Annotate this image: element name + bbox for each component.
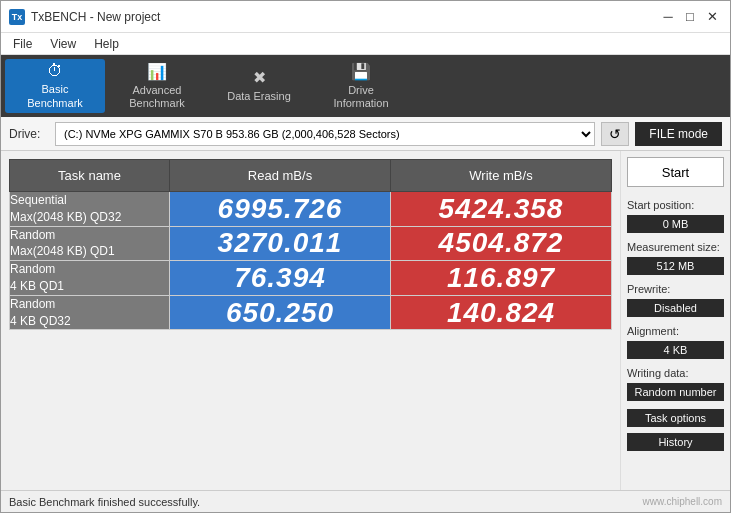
read-random-4k-qd1: 76.394 <box>170 261 391 296</box>
writing-data-label: Writing data: <box>627 367 724 379</box>
write-random-4k-qd1: 116.897 <box>391 261 612 296</box>
file-mode-button[interactable]: FILE mode <box>635 122 722 146</box>
alignment-value: 4 KB <box>627 341 724 359</box>
data-erasing-icon: ✖ <box>253 68 266 87</box>
titlebar-controls: ─ □ ✕ <box>658 7 722 27</box>
task-random-4k-qd32: Random4 KB QD32 <box>10 295 170 330</box>
titlebar: Tx TxBENCH - New project ─ □ ✕ <box>1 1 730 33</box>
task-random-max: RandomMax(2048 KB) QD1 <box>10 226 170 261</box>
drive-label: Drive: <box>9 127 49 141</box>
menu-help[interactable]: Help <box>86 35 127 53</box>
writing-data-value: Random number <box>627 383 724 401</box>
drive-bar: Drive: (C:) NVMe XPG GAMMIX S70 B 953.86… <box>1 117 730 151</box>
measurement-size-value: 512 MB <box>627 257 724 275</box>
app-icon: Tx <box>9 9 25 25</box>
toolbar: ⏱ BasicBenchmark 📊 AdvancedBenchmark ✖ D… <box>1 55 730 117</box>
menu-view[interactable]: View <box>42 35 84 53</box>
close-button[interactable]: ✕ <box>702 7 722 27</box>
read-sequential: 6995.726 <box>170 192 391 227</box>
app-window: Tx TxBENCH - New project ─ □ ✕ File View… <box>0 0 731 513</box>
advanced-benchmark-icon: 📊 <box>147 62 167 81</box>
status-message: Basic Benchmark finished successfully. <box>9 496 200 508</box>
col-header-read: Read mB/s <box>170 160 391 192</box>
minimize-button[interactable]: ─ <box>658 7 678 27</box>
main-area: Task name Read mB/s Write mB/s Sequentia… <box>1 151 620 490</box>
table-row: SequentialMax(2048 KB) QD32 6995.726 542… <box>10 192 612 227</box>
history-button[interactable]: History <box>627 433 724 451</box>
prewrite-value: Disabled <box>627 299 724 317</box>
table-row: RandomMax(2048 KB) QD1 3270.011 4504.872 <box>10 226 612 261</box>
table-row: Random4 KB QD32 650.250 140.824 <box>10 295 612 330</box>
prewrite-label: Prewrite: <box>627 283 724 295</box>
start-position-value: 0 MB <box>627 215 724 233</box>
tab-erasing-label: Data Erasing <box>227 90 291 103</box>
tab-basic-label: BasicBenchmark <box>27 83 83 109</box>
write-sequential: 5424.358 <box>391 192 612 227</box>
drive-select[interactable]: (C:) NVMe XPG GAMMIX S70 B 953.86 GB (2,… <box>55 122 595 146</box>
task-sequential: SequentialMax(2048 KB) QD32 <box>10 192 170 227</box>
maximize-button[interactable]: □ <box>680 7 700 27</box>
basic-benchmark-icon: ⏱ <box>47 62 63 80</box>
tab-drive-information[interactable]: 💾 DriveInformation <box>311 59 411 113</box>
content-area: Task name Read mB/s Write mB/s Sequentia… <box>1 151 730 490</box>
drive-refresh-button[interactable]: ↺ <box>601 122 629 146</box>
menu-file[interactable]: File <box>5 35 40 53</box>
side-panel: Start Start position: 0 MB Measurement s… <box>620 151 730 490</box>
write-random-max: 4504.872 <box>391 226 612 261</box>
tab-data-erasing[interactable]: ✖ Data Erasing <box>209 59 309 113</box>
col-header-task: Task name <box>10 160 170 192</box>
col-header-write: Write mB/s <box>391 160 612 192</box>
tab-advanced-label: AdvancedBenchmark <box>129 84 185 110</box>
benchmark-table: Task name Read mB/s Write mB/s Sequentia… <box>9 159 612 330</box>
task-random-4k-qd1: Random4 KB QD1 <box>10 261 170 296</box>
window-title: TxBENCH - New project <box>31 10 160 24</box>
read-random-4k-qd32: 650.250 <box>170 295 391 330</box>
alignment-label: Alignment: <box>627 325 724 337</box>
titlebar-left: Tx TxBENCH - New project <box>9 9 160 25</box>
statusbar: Basic Benchmark finished successfully. w… <box>1 490 730 512</box>
table-row: Random4 KB QD1 76.394 116.897 <box>10 261 612 296</box>
drive-info-icon: 💾 <box>351 62 371 81</box>
write-random-4k-qd32: 140.824 <box>391 295 612 330</box>
start-button[interactable]: Start <box>627 157 724 187</box>
read-random-max: 3270.011 <box>170 226 391 261</box>
task-options-button[interactable]: Task options <box>627 409 724 427</box>
tab-basic-benchmark[interactable]: ⏱ BasicBenchmark <box>5 59 105 113</box>
start-position-label: Start position: <box>627 199 724 211</box>
tab-drive-info-label: DriveInformation <box>333 84 388 110</box>
tab-advanced-benchmark[interactable]: 📊 AdvancedBenchmark <box>107 59 207 113</box>
watermark: www.chiphell.com <box>643 496 722 507</box>
measurement-size-label: Measurement size: <box>627 241 724 253</box>
menubar: File View Help <box>1 33 730 55</box>
